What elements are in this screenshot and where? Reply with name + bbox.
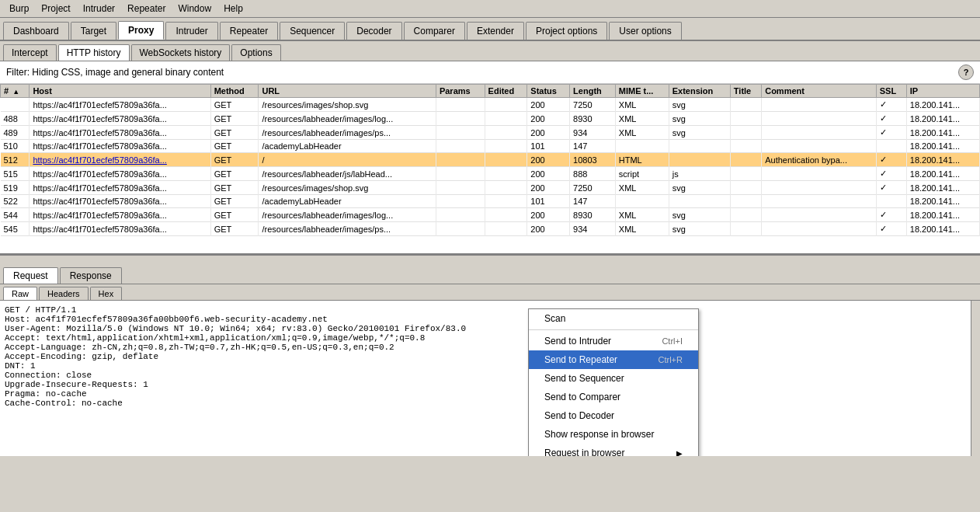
table-row[interactable]: 545https://ac4f1f701ecfef57809a36fa...GE… [1, 222, 980, 236]
cell-title [730, 98, 761, 112]
tab-proxy[interactable]: Proxy [118, 21, 164, 40]
ctx-item-shortcut: Ctrl+I [662, 336, 683, 346]
cell-edited [485, 195, 527, 208]
sub-tab-options[interactable]: Options [231, 44, 280, 61]
cell-length: 7250 [570, 98, 616, 112]
cell-ext: js [669, 167, 730, 181]
tab-intruder[interactable]: Intruder [165, 22, 217, 40]
table-row[interactable]: 544https://ac4f1f701ecfef57809a36fa...GE… [1, 208, 980, 222]
col-host[interactable]: Host [30, 85, 210, 98]
tab-extender[interactable]: Extender [467, 22, 524, 40]
cell-length: 147 [570, 195, 616, 208]
cell-host: https://ac4f1f701ecfef57809a36fa... [30, 167, 210, 181]
table-row[interactable]: 512https://ac4f1f701ecfef57809a36fa...GE… [1, 153, 980, 167]
tab-user-options[interactable]: User options [609, 22, 681, 40]
raw-tab-headers[interactable]: Headers [39, 287, 89, 300]
ctx-item-send-to-repeater[interactable]: Send to RepeaterCtrl+R [529, 350, 698, 369]
tab-decoder[interactable]: Decoder [346, 22, 401, 40]
cell-comment: Authentication bypa... [762, 153, 877, 167]
ctx-item-show-response-in-browser[interactable]: Show response in browser [529, 425, 698, 444]
ctx-item-send-to-comparer[interactable]: Send to Comparer [529, 388, 698, 406]
table-row[interactable]: 488https://ac4f1f701ecfef57809a36fa...GE… [1, 112, 980, 126]
col-num[interactable]: # ▲ [1, 85, 30, 98]
cell-url: /resources/images/shop.svg [259, 98, 436, 112]
sub-tab-intercept[interactable]: Intercept [3, 44, 57, 61]
ctx-item-send-to-decoder[interactable]: Send to Decoder [529, 406, 698, 425]
table-row[interactable]: 510https://ac4f1f701ecfef57809a36fa...GE… [1, 140, 980, 153]
cell-edited [485, 167, 527, 181]
cell-edited [485, 112, 527, 126]
col-status[interactable]: Status [527, 85, 570, 98]
cell-status: 200 [527, 181, 570, 195]
cell-comment [762, 98, 877, 112]
cell-edited [485, 140, 527, 153]
ctx-item-send-to-intruder[interactable]: Send to IntruderCtrl+I [529, 332, 698, 350]
req-res-tab-response[interactable]: Response [60, 267, 122, 284]
cell-ip: 18.200.141... [906, 195, 979, 208]
cell-num: 489 [1, 126, 30, 140]
tab-sequencer[interactable]: Sequencer [280, 22, 345, 40]
menu-burp[interactable]: Burp [3, 2, 35, 16]
col-edited[interactable]: Edited [485, 85, 527, 98]
cell-url: /resources/labheader/images/log... [259, 112, 436, 126]
cell-ip: 18.200.141... [906, 126, 979, 140]
cell-title [730, 195, 761, 208]
col-url[interactable]: URL [259, 85, 436, 98]
req-res-tab-request[interactable]: Request [3, 267, 58, 284]
cell-params [436, 153, 485, 167]
cell-host: https://ac4f1f701ecfef57809a36fa... [30, 112, 210, 126]
col-ssl[interactable]: SSL [876, 85, 906, 98]
tab-repeater[interactable]: Repeater [220, 22, 278, 40]
col-extension[interactable]: Extension [669, 85, 730, 98]
menu-project[interactable]: Project [35, 2, 76, 16]
sub-tab-websockets-history[interactable]: WebSockets history [131, 44, 231, 61]
tab-target[interactable]: Target [71, 22, 116, 40]
tab-dashboard[interactable]: Dashboard [3, 22, 69, 40]
cell-method: GET [210, 126, 259, 140]
col-params[interactable]: Params [436, 85, 485, 98]
table-row[interactable]: https://ac4f1f701ecfef57809a36fa...GET/r… [1, 98, 980, 112]
tab-comparer[interactable]: Comparer [404, 22, 465, 40]
menu-repeater[interactable]: Repeater [121, 2, 172, 16]
help-button[interactable]: ? [958, 64, 974, 80]
ctx-item-label: Send to Intruder [544, 336, 611, 347]
table-row[interactable]: 519https://ac4f1f701ecfef57809a36fa...GE… [1, 181, 980, 195]
table-row[interactable]: 489https://ac4f1f701ecfef57809a36fa...GE… [1, 126, 980, 140]
menu-intruder[interactable]: Intruder [77, 2, 121, 16]
col-title[interactable]: Title [730, 85, 761, 98]
menu-window[interactable]: Window [172, 2, 217, 16]
request-scrollbar[interactable] [971, 301, 980, 456]
table-scrollbar-h[interactable] [0, 255, 980, 264]
cell-status: 200 [527, 98, 570, 112]
col-method[interactable]: Method [210, 85, 259, 98]
cell-ip: 18.200.141... [906, 167, 979, 181]
raw-tab-hex[interactable]: Hex [90, 287, 123, 300]
col-mime[interactable]: MIME t... [615, 85, 669, 98]
request-text[interactable]: GET / HTTP/1.1 Host: ac4f1f701ecfef57809… [0, 301, 980, 456]
cell-ext: svg [669, 208, 730, 222]
col-ip[interactable]: IP [906, 85, 979, 98]
filter-text[interactable]: Filter: Hiding CSS, image and general bi… [6, 67, 224, 78]
tab-project-options[interactable]: Project options [526, 22, 607, 40]
cell-comment [762, 126, 877, 140]
sub-tab-http-history[interactable]: HTTP history [58, 44, 130, 61]
cell-host: https://ac4f1f701ecfef57809a36fa... [30, 153, 210, 167]
cell-method: GET [210, 208, 259, 222]
cell-num: 515 [1, 167, 30, 181]
ctx-item-request-in-browser[interactable]: Request in browser▶ [529, 444, 698, 456]
ctx-item-scan[interactable]: Scan [529, 309, 698, 328]
cell-ext: svg [669, 112, 730, 126]
menu-help[interactable]: Help [217, 2, 249, 16]
table-row[interactable]: 515https://ac4f1f701ecfef57809a36fa...GE… [1, 167, 980, 181]
raw-tab-raw[interactable]: Raw [3, 287, 37, 300]
ctx-item-send-to-sequencer[interactable]: Send to Sequencer [529, 369, 698, 388]
ctx-item-shortcut: Ctrl+R [659, 355, 683, 364]
col-comment[interactable]: Comment [762, 85, 877, 98]
cell-ext: svg [669, 222, 730, 236]
table-header: # ▲ Host Method URL Params Edited Status… [1, 85, 980, 98]
cell-method: GET [210, 153, 259, 167]
cell-mime [615, 195, 669, 208]
cell-ssl [876, 195, 906, 208]
col-length[interactable]: Length [570, 85, 616, 98]
table-row[interactable]: 522https://ac4f1f701ecfef57809a36fa...GE… [1, 195, 980, 208]
